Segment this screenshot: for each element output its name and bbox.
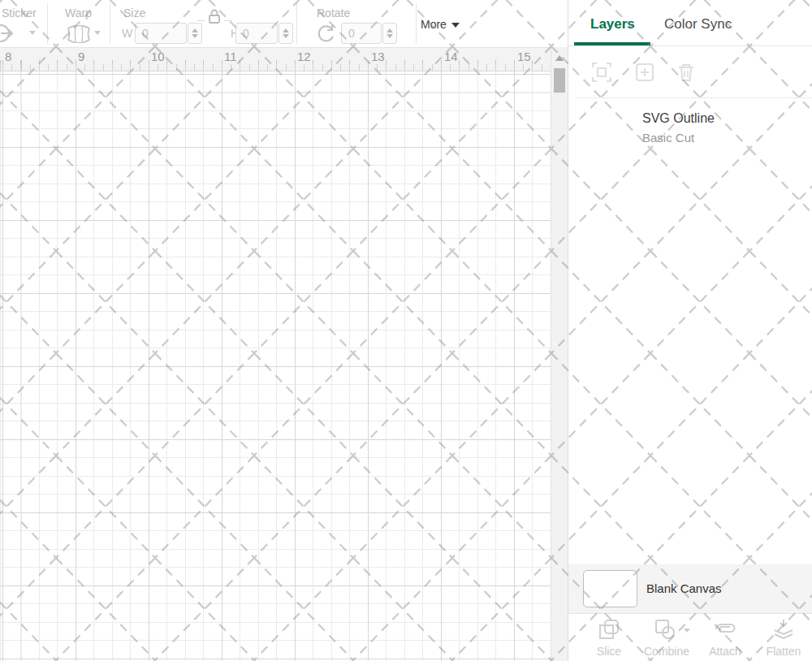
lock-connector-left: [197, 20, 205, 24]
toolbar-divider: [416, 3, 417, 44]
cricut-design-space-app: 00: [0, 0, 812, 661]
flatten-button[interactable]: Flatten: [758, 619, 809, 658]
ruler-number: 8: [5, 50, 11, 63]
rotate-input[interactable]: [341, 23, 382, 44]
size-section-label: Size: [123, 6, 145, 19]
width-stepper[interactable]: [188, 23, 202, 44]
duplicate-icon[interactable]: [635, 63, 654, 82]
ruler-number: 9: [78, 50, 84, 63]
ruler-number: 15: [517, 50, 531, 63]
layers-panel: Layers Color Sync SVG Outline Bas: [568, 0, 812, 661]
scroll-up-arrow-icon[interactable]: [555, 55, 564, 61]
ruler-ticks: [0, 64, 551, 71]
ruler-number: 10: [151, 50, 165, 63]
flatten-icon: [772, 619, 795, 640]
sticker-section-label: Sticker: [2, 6, 37, 19]
group-icon[interactable]: [591, 62, 612, 83]
sticker-icon[interactable]: [0, 23, 18, 44]
ruler-number: 12: [297, 50, 311, 63]
rotate-icon[interactable]: [315, 24, 336, 44]
height-input[interactable]: [235, 23, 278, 44]
toolbar-divider: [110, 3, 110, 44]
height-stepper[interactable]: [279, 23, 293, 44]
panel-divider: [575, 97, 812, 98]
design-canvas[interactable]: [0, 71, 551, 661]
width-input[interactable]: [135, 23, 187, 44]
layer-tools-row: [568, 57, 812, 89]
slice-icon: [598, 619, 620, 640]
warp-icon[interactable]: [67, 25, 91, 43]
more-caret-icon: [451, 23, 460, 28]
attach-icon: [713, 619, 737, 640]
bottom-action-bar: Slice Combine Attach: [568, 613, 812, 661]
ruler-number: 14: [444, 50, 458, 63]
blank-canvas-row[interactable]: Blank Canvas: [568, 564, 812, 613]
combine-icon: [654, 619, 679, 640]
delete-icon[interactable]: [676, 63, 696, 82]
ruler-number: 11: [224, 50, 237, 63]
width-label: W: [122, 27, 132, 40]
layer-thumbnail: [613, 114, 633, 150]
toolbar-divider: [296, 3, 297, 44]
tab-color-sync[interactable]: Color Sync: [664, 16, 732, 32]
combine-button[interactable]: Combine: [641, 619, 692, 658]
toolbar-divider: [47, 3, 48, 44]
vertical-scrollbar: [551, 47, 568, 661]
layer-title: SVG Outline: [642, 111, 715, 126]
lock-aspect-icon[interactable]: [206, 8, 222, 24]
tab-layers[interactable]: Layers: [590, 16, 635, 32]
sticker-dropdown-caret[interactable]: [29, 31, 36, 35]
warp-dropdown-caret[interactable]: [94, 31, 101, 35]
lock-connector-right: [224, 20, 231, 24]
more-button[interactable]: More: [421, 18, 460, 31]
scrollbar-thumb[interactable]: [554, 68, 565, 93]
slice-button[interactable]: Slice: [584, 619, 634, 658]
top-toolbar: Sticker Warp Size W H Rotate: [0, 0, 568, 47]
blank-canvas-label: Blank Canvas: [646, 581, 722, 595]
rotate-stepper[interactable]: [382, 23, 397, 44]
warp-section-label: Warp: [65, 6, 92, 19]
mascot-artwork[interactable]: [256, 106, 532, 633]
layer-subtitle: Basic Cut: [642, 131, 694, 145]
layer-row-svg-outline[interactable]: SVG Outline Basic Cut: [568, 106, 812, 156]
ruler-number: 13: [371, 50, 385, 63]
horizontal-ruler: 8 9 10 11 12 13 14 15: [0, 47, 551, 71]
combine-caret-icon: [684, 629, 690, 633]
blank-canvas-thumbnail: [583, 570, 637, 607]
attach-button[interactable]: Attach: [700, 619, 750, 658]
rotate-section-label: Rotate: [317, 6, 350, 19]
tabs-bottom-border: [568, 45, 812, 46]
